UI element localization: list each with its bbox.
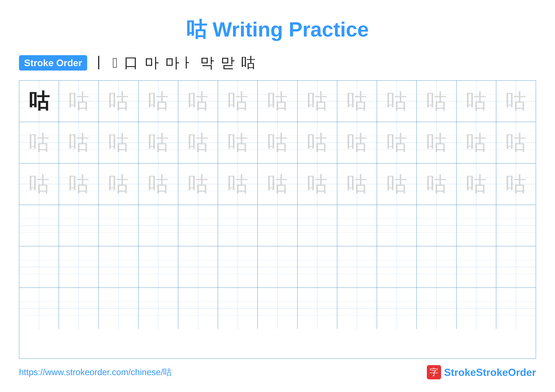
stroke-step-5: 마ㅏ bbox=[165, 53, 194, 72]
grid-cell-1-7[interactable]: 咕 bbox=[258, 81, 297, 122]
grid-cell-4-6[interactable] bbox=[218, 205, 258, 246]
grid-cell-3-3[interactable]: 咕 bbox=[99, 164, 139, 205]
grid-cell-4-12[interactable] bbox=[457, 205, 496, 246]
grid-cell-3-1[interactable]: 咕 bbox=[19, 164, 59, 205]
cell-char-faded: 咕 bbox=[108, 91, 129, 112]
grid-cell-6-9[interactable] bbox=[337, 288, 377, 329]
grid-cell-3-13[interactable]: 咕 bbox=[496, 164, 536, 205]
grid-cell-4-5[interactable] bbox=[178, 205, 218, 246]
grid-cell-5-12[interactable] bbox=[457, 246, 496, 287]
grid-cell-1-2[interactable]: 咕 bbox=[59, 81, 99, 122]
grid-cell-1-10[interactable]: 咕 bbox=[377, 81, 417, 122]
cell-char-faded: 咕 bbox=[68, 91, 89, 112]
page: 咕 Writing Practice Stroke Order 丨 𠃌 口 마 … bbox=[0, 0, 555, 392]
grid-cell-3-4[interactable]: 咕 bbox=[139, 164, 178, 205]
grid-row-6 bbox=[19, 288, 536, 329]
grid-cell-2-13[interactable]: 咕 bbox=[496, 122, 536, 163]
grid-cell-5-9[interactable] bbox=[337, 246, 377, 287]
grid-cell-5-3[interactable] bbox=[99, 246, 139, 287]
grid-cell-1-13[interactable]: 咕 bbox=[496, 81, 536, 122]
grid-cell-1-11[interactable]: 咕 bbox=[417, 81, 456, 122]
grid-cell-6-11[interactable] bbox=[417, 288, 456, 329]
grid-cell-4-13[interactable] bbox=[496, 205, 536, 246]
grid-cell-3-12[interactable]: 咕 bbox=[457, 164, 496, 205]
grid-cell-2-8[interactable]: 咕 bbox=[298, 122, 337, 163]
cell-char-faded: 咕 bbox=[148, 91, 168, 112]
footer: https://www.strokeorder.com/chinese/咕 字 … bbox=[19, 365, 536, 379]
cell-char-example: 咕 bbox=[29, 91, 49, 112]
stroke-steps: 丨 𠃌 口 마 마ㅏ 막 맏 咕 bbox=[92, 53, 255, 72]
grid-cell-5-2[interactable] bbox=[59, 246, 99, 287]
grid-row-3: 咕 咕 咕 咕 咕 咕 咕 咕 咕 咕 咕 咕 咕 bbox=[19, 164, 536, 205]
stroke-order-badge: Stroke Order bbox=[19, 55, 87, 71]
grid-cell-2-3[interactable]: 咕 bbox=[99, 122, 139, 163]
grid-cell-2-12[interactable]: 咕 bbox=[457, 122, 496, 163]
grid-cell-1-9[interactable]: 咕 bbox=[337, 81, 377, 122]
grid-cell-2-9[interactable]: 咕 bbox=[337, 122, 377, 163]
grid-cell-4-8[interactable] bbox=[298, 205, 337, 246]
grid-cell-1-3[interactable]: 咕 bbox=[99, 81, 139, 122]
grid-row-5 bbox=[19, 246, 536, 288]
grid-cell-5-11[interactable] bbox=[417, 246, 456, 287]
grid-cell-6-13[interactable] bbox=[496, 288, 536, 329]
grid-cell-3-10[interactable]: 咕 bbox=[377, 164, 417, 205]
grid-cell-1-8[interactable]: 咕 bbox=[298, 81, 337, 122]
grid-cell-6-3[interactable] bbox=[99, 288, 139, 329]
grid-cell-5-8[interactable] bbox=[298, 246, 337, 287]
grid-cell-5-4[interactable] bbox=[139, 246, 178, 287]
grid-cell-5-6[interactable] bbox=[218, 246, 258, 287]
grid-cell-3-7[interactable]: 咕 bbox=[258, 164, 297, 205]
grid-cell-6-2[interactable] bbox=[59, 288, 99, 329]
grid-cell-5-5[interactable] bbox=[178, 246, 218, 287]
grid-cell-1-6[interactable]: 咕 bbox=[218, 81, 258, 122]
grid-cell-6-5[interactable] bbox=[178, 288, 218, 329]
grid-cell-4-11[interactable] bbox=[417, 205, 456, 246]
grid-cell-4-1[interactable] bbox=[19, 205, 59, 246]
footer-url[interactable]: https://www.strokeorder.com/chinese/咕 bbox=[19, 366, 172, 378]
grid-cell-2-6[interactable]: 咕 bbox=[218, 122, 258, 163]
grid-cell-1-1[interactable]: 咕 bbox=[19, 81, 59, 122]
grid-cell-2-5[interactable]: 咕 bbox=[178, 122, 218, 163]
stroke-step-2: 𠃌 bbox=[112, 55, 118, 71]
grid-cell-1-5[interactable]: 咕 bbox=[178, 81, 218, 122]
title-label: Writing Practice bbox=[212, 18, 369, 41]
grid-cell-4-4[interactable] bbox=[139, 205, 178, 246]
grid-cell-6-6[interactable] bbox=[218, 288, 258, 329]
grid-cell-4-9[interactable] bbox=[337, 205, 377, 246]
grid-cell-5-13[interactable] bbox=[496, 246, 536, 287]
grid-cell-3-2[interactable]: 咕 bbox=[59, 164, 99, 205]
grid-cell-5-1[interactable] bbox=[19, 246, 59, 287]
grid-cell-5-10[interactable] bbox=[377, 246, 417, 287]
grid-cell-3-5[interactable]: 咕 bbox=[178, 164, 218, 205]
grid-cell-3-6[interactable]: 咕 bbox=[218, 164, 258, 205]
grid-cell-4-7[interactable] bbox=[258, 205, 297, 246]
grid-cell-1-4[interactable]: 咕 bbox=[139, 81, 178, 122]
grid-cell-6-8[interactable] bbox=[298, 288, 337, 329]
grid-cell-6-1[interactable] bbox=[19, 288, 59, 329]
cell-char-faded: 咕 bbox=[227, 91, 248, 112]
grid-cell-2-1[interactable]: 咕 bbox=[19, 122, 59, 163]
grid-cell-3-9[interactable]: 咕 bbox=[337, 164, 377, 205]
stroke-step-7: 맏 bbox=[220, 53, 235, 72]
title-char: 咕 bbox=[186, 18, 207, 41]
grid-cell-1-12[interactable]: 咕 bbox=[457, 81, 496, 122]
grid-cell-2-7[interactable]: 咕 bbox=[258, 122, 297, 163]
stroke-order-row: Stroke Order 丨 𠃌 口 마 마ㅏ 막 맏 咕 bbox=[19, 53, 536, 72]
grid-cell-6-4[interactable] bbox=[139, 288, 178, 329]
grid-cell-2-2[interactable]: 咕 bbox=[59, 122, 99, 163]
grid-cell-3-11[interactable]: 咕 bbox=[417, 164, 456, 205]
grid-cell-2-4[interactable]: 咕 bbox=[139, 122, 178, 163]
grid-cell-4-10[interactable] bbox=[377, 205, 417, 246]
grid-cell-3-8[interactable]: 咕 bbox=[298, 164, 337, 205]
practice-grid: 咕 咕 咕 咕 咕 咕 咕 bbox=[19, 80, 536, 359]
cell-char-faded: 咕 bbox=[426, 91, 447, 112]
grid-cell-6-7[interactable] bbox=[258, 288, 297, 329]
cell-char-faded: 咕 bbox=[347, 91, 367, 112]
grid-cell-5-7[interactable] bbox=[258, 246, 297, 287]
grid-cell-4-3[interactable] bbox=[99, 205, 139, 246]
grid-cell-2-11[interactable]: 咕 bbox=[417, 122, 456, 163]
grid-cell-2-10[interactable]: 咕 bbox=[377, 122, 417, 163]
grid-cell-4-2[interactable] bbox=[59, 205, 99, 246]
grid-cell-6-12[interactable] bbox=[457, 288, 496, 329]
grid-cell-6-10[interactable] bbox=[377, 288, 417, 329]
